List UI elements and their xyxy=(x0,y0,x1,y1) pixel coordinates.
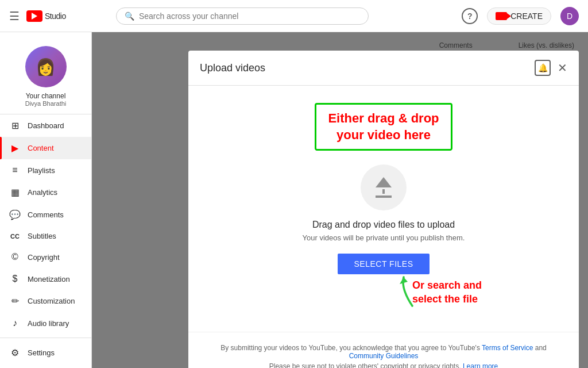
copyright-icon: © xyxy=(9,252,21,262)
main-content: Comments Likes (vs. dislikes) Upload vid… xyxy=(92,32,588,368)
drag-drop-label: Either drag & drop your video here xyxy=(315,103,452,151)
footer-line2-text: Please be sure not to violate others' co… xyxy=(269,362,461,368)
camera-icon xyxy=(496,12,507,20)
copyright-label: Copyright xyxy=(28,253,60,262)
comments-label: Comments xyxy=(28,210,64,219)
upload-arrow xyxy=(376,177,392,198)
content-icon: ▶ xyxy=(9,143,21,154)
drag-drop-text-line2: your video here xyxy=(328,127,439,144)
search-icon: 🔍 xyxy=(125,12,134,21)
dashboard-icon: ⊞ xyxy=(9,120,21,131)
sidebar-item-audio-library[interactable]: ♪ Audio library xyxy=(0,312,91,334)
sidebar-divider xyxy=(0,338,91,338)
nav-right: ? CREATE D xyxy=(462,7,579,25)
arrow-base xyxy=(376,195,392,198)
sidebar-item-subtitles[interactable]: CC Subtitles xyxy=(0,226,91,246)
modal-title: Upload videos xyxy=(200,62,265,74)
and-text: and xyxy=(535,344,547,352)
arrow-line xyxy=(382,189,385,194)
sidebar: 👩 Your channel Divya Bharathi ⊞ Dashboar… xyxy=(0,32,92,368)
comments-icon: 💬 xyxy=(9,209,21,220)
analytics-label: Analytics xyxy=(28,188,57,197)
channel-sub: Divya Bharathi xyxy=(25,100,67,107)
logo-area: Studio xyxy=(26,10,66,22)
modal-footer: By submitting your videos to YouTube, yo… xyxy=(188,332,579,368)
upload-title: Drag and drop video files to upload xyxy=(312,220,455,230)
channel-name: Your channel xyxy=(26,92,66,100)
monetization-icon: $ xyxy=(9,274,21,284)
help-icon[interactable]: ? xyxy=(462,8,478,24)
terms-link[interactable]: Terms of Service xyxy=(482,344,533,352)
sidebar-item-comments[interactable]: 💬 Comments xyxy=(0,204,91,226)
or-search-line1: Or search and xyxy=(412,279,482,292)
create-label: CREATE xyxy=(510,12,543,21)
top-nav: ☰ Studio 🔍 ? CREATE D xyxy=(0,0,588,32)
annotation-area: Or search and select the file xyxy=(211,274,556,320)
sidebar-item-playlists[interactable]: ≡ Playlists xyxy=(0,159,91,181)
modal-header: Upload videos 🔔 ✕ xyxy=(188,51,579,86)
monetization-label: Monetization xyxy=(28,275,70,283)
or-search-line2: select the file xyxy=(412,293,482,306)
sidebar-item-monetization[interactable]: $ Monetization xyxy=(0,268,91,290)
audio-library-label: Audio library xyxy=(28,319,69,328)
youtube-icon xyxy=(26,10,42,22)
notification-icon[interactable]: 🔔 xyxy=(535,60,551,76)
footer-line2: Please be sure not to violate others' co… xyxy=(211,362,556,368)
sidebar-item-settings[interactable]: ⚙ Settings xyxy=(0,342,91,364)
upload-subtitle: Your videos will be private until you pu… xyxy=(303,233,465,242)
sidebar-item-send-feedback[interactable]: ≡ Send feedback xyxy=(0,364,91,368)
guidelines-link[interactable]: Community Guidelines xyxy=(349,352,419,360)
studio-label: Studio xyxy=(45,12,66,21)
channel-avatar-img: 👩 xyxy=(25,46,67,87)
playlists-label: Playlists xyxy=(28,166,55,175)
modal-body: Either drag & drop your video here Drag … xyxy=(188,86,579,332)
footer-text: By submitting your videos to YouTube, yo… xyxy=(220,344,480,352)
layout: 👩 Your channel Divya Bharathi ⊞ Dashboar… xyxy=(0,32,588,368)
hamburger-icon[interactable]: ☰ xyxy=(9,9,20,23)
playlists-icon: ≡ xyxy=(9,165,21,175)
content-label: Content xyxy=(28,144,54,152)
audio-library-icon: ♪ xyxy=(9,318,21,328)
modal-header-right: 🔔 ✕ xyxy=(535,60,567,76)
learn-more-link[interactable]: Learn more xyxy=(463,362,498,368)
sidebar-item-analytics[interactable]: ▦ Analytics xyxy=(0,181,91,204)
create-button[interactable]: CREATE xyxy=(487,7,551,25)
settings-icon: ⚙ xyxy=(9,347,21,358)
subtitles-label: Subtitles xyxy=(28,232,56,240)
search-input[interactable] xyxy=(139,12,360,21)
dashboard-label: Dashboard xyxy=(28,121,64,130)
arrow-up xyxy=(376,177,392,187)
sidebar-item-customization[interactable]: ✏ Customization xyxy=(0,290,91,312)
channel-avatar[interactable]: 👩 xyxy=(25,46,67,87)
subtitles-icon: CC xyxy=(9,233,21,240)
analytics-icon: ▦ xyxy=(9,187,21,198)
upload-modal: Upload videos 🔔 ✕ Either drag & drop you… xyxy=(188,51,579,368)
channel-section: 👩 Your channel Divya Bharathi xyxy=(0,37,91,114)
upload-icon-circle xyxy=(361,164,407,210)
search-bar[interactable]: 🔍 xyxy=(116,7,369,25)
sidebar-item-content[interactable]: ▶ Content xyxy=(0,137,91,159)
close-icon[interactable]: ✕ xyxy=(558,61,567,75)
sidebar-item-copyright[interactable]: © Copyright xyxy=(0,246,91,268)
avatar[interactable]: D xyxy=(560,7,579,25)
customization-label: Customization xyxy=(28,297,75,305)
or-search-text: Or search and select the file xyxy=(412,279,482,306)
drag-drop-text-line1: Either drag & drop xyxy=(328,110,439,127)
settings-label: Settings xyxy=(28,348,55,357)
customization-icon: ✏ xyxy=(9,296,21,306)
sidebar-item-dashboard[interactable]: ⊞ Dashboard xyxy=(0,114,91,137)
